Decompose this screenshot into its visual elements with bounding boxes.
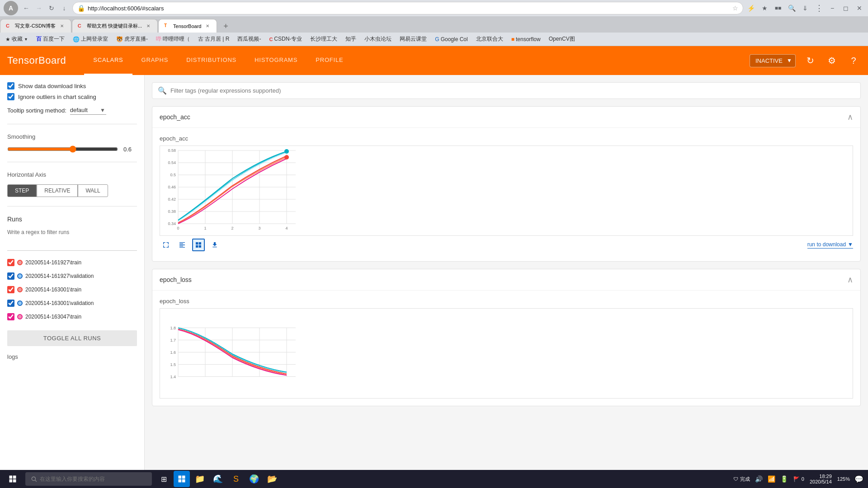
bookmark-huya[interactable]: 🐯 虎牙直播-	[114, 34, 150, 44]
svg-text:1.6: 1.6	[170, 350, 176, 355]
toggle-all-button[interactable]: TOGGLE ALL RUNS	[7, 330, 137, 346]
reload-button[interactable]: ↻	[46, 3, 57, 14]
search-icon[interactable]: 🔍	[787, 3, 797, 13]
run-1-checkbox[interactable]	[7, 259, 14, 266]
epoch-acc-collapse-icon[interactable]: ∧	[847, 112, 853, 122]
taskbar-edge-icon[interactable]: 🌊	[210, 471, 226, 487]
nav-profile[interactable]: PROFILE	[307, 46, 352, 75]
runs-filter-input[interactable]	[7, 242, 137, 251]
bookmark-muchong[interactable]: 小木虫论坛	[363, 34, 393, 44]
select-icon[interactable]	[192, 239, 205, 251]
taskbar-search-input[interactable]	[40, 476, 146, 482]
epoch-loss-collapse-icon[interactable]: ∧	[847, 275, 853, 285]
tab-tb-label: TensorBoard	[173, 23, 201, 29]
taskbar-browser2-icon[interactable]: 🌍	[246, 471, 262, 487]
bookmark-bilibili[interactable]: 哔 哔哩哔哩（	[154, 34, 192, 44]
tab-doc[interactable]: C 帮助文档 快捷键目录标... ✕	[72, 19, 158, 33]
battery-icon[interactable]: 🔋	[779, 474, 790, 484]
epoch-acc-controls: run to download ▼	[160, 236, 853, 254]
svg-text:1.4: 1.4	[170, 375, 176, 379]
bookmark-tensorflow[interactable]: ■ tensorflow	[509, 35, 542, 43]
profile-avatar[interactable]: A	[4, 1, 18, 15]
download-icon[interactable]: ⇓	[800, 3, 810, 13]
bookmark-guyuelu[interactable]: 古 古月居 | R	[196, 34, 231, 44]
more-menu-icon[interactable]: ⋮	[814, 3, 824, 13]
epoch-loss-chart-label: epoch_loss	[160, 298, 853, 305]
star-icon[interactable]: ☆	[732, 5, 738, 12]
bookmark-beijing[interactable]: 北京联合大	[474, 34, 505, 44]
flag-icon: 🚩	[793, 476, 800, 482]
relative-button[interactable]: RELATIVE	[37, 184, 78, 197]
close-icon[interactable]: ✕	[854, 3, 864, 13]
notifications-panel-icon[interactable]: 💬	[854, 474, 864, 484]
minimize-icon[interactable]: −	[827, 3, 837, 13]
data-icon[interactable]	[176, 239, 189, 251]
taskbar-sublime-icon[interactable]: S	[228, 471, 244, 487]
bookmark-baidu[interactable]: 百 百度一下	[34, 34, 66, 44]
bookmark-collections[interactable]: ★ 收藏 ▼	[4, 34, 30, 44]
tab-doc-label: 帮助文档 快捷键目录标...	[87, 23, 142, 29]
divider-1	[7, 124, 137, 124]
filter-input[interactable]	[170, 87, 855, 94]
taskbar-view-icon[interactable]: ⊞	[156, 471, 172, 487]
smoothing-slider[interactable]	[7, 145, 118, 153]
nav-distributions[interactable]: DISTRIBUTIONS	[177, 46, 245, 75]
epoch-loss-header[interactable]: epoch_loss ∧	[152, 269, 860, 291]
run-4-checkbox[interactable]	[7, 300, 14, 307]
bookmark-wycloud[interactable]: 网易云课堂	[398, 34, 429, 44]
network-icon[interactable]: 📶	[766, 474, 777, 484]
bookmark-changsha[interactable]: 长沙理工大	[308, 34, 339, 44]
nav-histograms[interactable]: HISTOGRAMS	[245, 46, 307, 75]
epoch-acc-header[interactable]: epoch_acc ∧	[152, 107, 860, 128]
tab-doc-close[interactable]: ✕	[145, 23, 152, 30]
bookmark-zhihu[interactable]: 知乎	[344, 34, 358, 44]
tab-tb-close[interactable]: ✕	[204, 23, 211, 30]
h-axis-buttons: STEP RELATIVE WALL	[7, 184, 137, 197]
run-3-checkbox[interactable]	[7, 286, 14, 293]
nav-graphs[interactable]: GRAPHS	[132, 46, 178, 75]
run-item-1: 20200514-161927\train	[7, 259, 137, 266]
tab-tensorboard[interactable]: T TensorBoard ✕	[158, 19, 217, 33]
svg-text:1: 1	[204, 226, 206, 230]
run-2-checkbox[interactable]	[7, 272, 14, 280]
bookmark-csdn-icon: C	[269, 37, 273, 42]
volume-icon[interactable]: 🔊	[754, 474, 764, 484]
help-icon[interactable]: ?	[846, 53, 861, 68]
tooltip-select[interactable]: default	[70, 106, 106, 115]
show-download-checkbox[interactable]	[7, 82, 14, 89]
bookmark-star-icon[interactable]: ★	[760, 3, 769, 13]
back-button[interactable]: ←	[21, 3, 32, 14]
address-bar[interactable]: 🔒 http://localhost:6006/#scalars ☆	[72, 2, 743, 14]
bookmark-googlecol[interactable]: G Google Col	[433, 35, 469, 43]
refresh-icon[interactable]: ↻	[803, 53, 817, 68]
epoch-acc-inner: epoch_acc	[152, 128, 860, 261]
download-icon[interactable]	[208, 239, 221, 251]
tab-csdn1[interactable]: C 写文章-CSDN博客 ✕	[0, 19, 71, 33]
extensions-icon[interactable]: ■■	[773, 3, 783, 13]
bookmark-opencv[interactable]: OpenCV图	[547, 34, 577, 44]
start-button[interactable]	[4, 470, 22, 488]
run-to-download[interactable]: run to download ▼	[807, 241, 853, 249]
expand-icon[interactable]	[160, 239, 172, 251]
step-button[interactable]: STEP	[7, 184, 37, 197]
settings-icon[interactable]: ⚙	[825, 53, 839, 68]
taskbar-store-icon[interactable]	[174, 471, 190, 487]
tab-csdn1-close[interactable]: ✕	[58, 23, 66, 30]
forward-button[interactable]: →	[33, 3, 44, 14]
inactive-select[interactable]: INACTIVE	[750, 54, 796, 67]
nav-scalars[interactable]: SCALARS	[84, 46, 132, 75]
taskbar-file-icon[interactable]: 📁	[192, 471, 208, 487]
history-button[interactable]: ↓	[59, 3, 70, 14]
bookmark-xigua[interactable]: 西瓜视频-	[236, 34, 263, 44]
tb-logo: TensorBoard	[7, 55, 66, 66]
run-5-checkbox[interactable]	[7, 313, 14, 320]
taskbar-folder2-icon[interactable]: 📂	[264, 471, 280, 487]
ignore-outliers-checkbox[interactable]	[7, 93, 14, 100]
new-tab-button[interactable]: +	[219, 20, 232, 33]
bookmark-csdn[interactable]: C CSDN-专业	[267, 34, 304, 44]
restore-icon[interactable]: ◻	[841, 3, 851, 13]
logs-label: logs	[7, 353, 137, 360]
wall-button[interactable]: WALL	[78, 184, 108, 197]
lightning-icon[interactable]: ⚡	[746, 3, 756, 13]
bookmark-login[interactable]: 🌐 上网登录室	[71, 34, 110, 44]
